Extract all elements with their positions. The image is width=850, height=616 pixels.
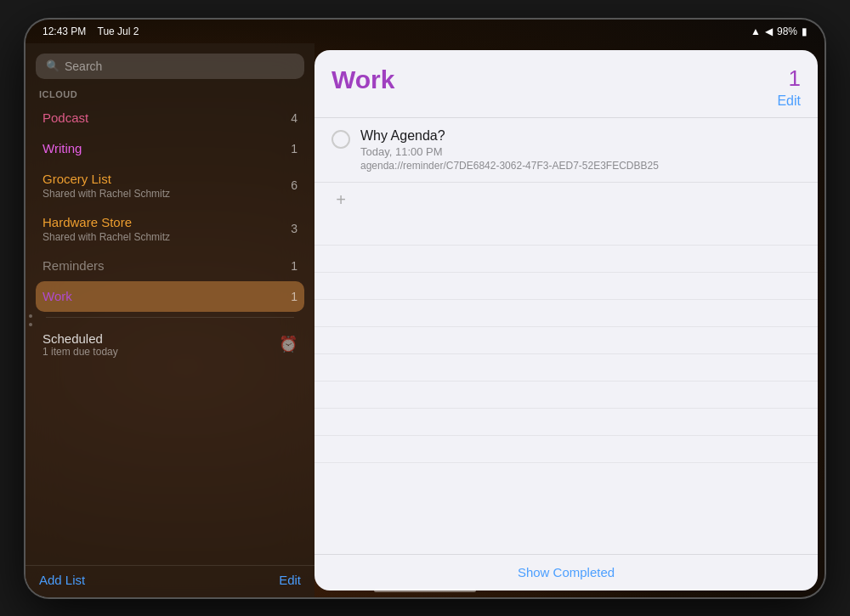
add-reminder-icon: + (332, 191, 350, 210)
detail-header-right: 1 Edit (777, 65, 801, 109)
list-name-hardware: Hardware Store (42, 215, 132, 229)
list-name-podcast: Podcast (42, 110, 88, 125)
sidebar-item-writing[interactable]: Writing 1 (36, 133, 304, 164)
sidebar-bottom: Add List Edit (26, 565, 314, 597)
list-name-writing: Writing (42, 141, 82, 155)
signal-icon: ◀ (765, 25, 773, 37)
sidebar-item-grocery[interactable]: Grocery List Shared with Rachel Schmitz … (36, 164, 304, 207)
search-placeholder: Search (65, 59, 102, 73)
alarm-icon: ⏰ (279, 335, 298, 353)
add-reminder-row[interactable]: + (314, 183, 818, 218)
wifi-icon: ▲ (751, 25, 761, 37)
scroll-dot (29, 323, 32, 326)
sidebar-scroll-indicators (29, 314, 32, 326)
divider (46, 317, 294, 318)
list-name-work: Work (42, 289, 72, 303)
battery-percentage: 98% (777, 25, 797, 37)
sidebar-item-reminders[interactable]: Reminders 1 (36, 251, 304, 281)
status-time-date: 12:43 PM Tue Jul 2 (42, 25, 139, 37)
detail-footer: Show Completed (314, 554, 818, 591)
detail-body: Why Agenda? Today, 11:00 PM agenda://rem… (314, 118, 818, 554)
scroll-dot (29, 314, 32, 318)
detail-edit-button[interactable]: Edit (777, 93, 801, 109)
search-icon: 🔍 (46, 59, 60, 72)
sidebar: 🔍 Search ICLOUD Podcast 4 Writing (26, 43, 314, 597)
main-content: 🔍 Search ICLOUD Podcast 4 Writing (26, 43, 824, 597)
detail-panel: Work 1 Edit Why Agenda? Today, 11:00 PM … (314, 50, 818, 591)
sidebar-item-scheduled[interactable]: Scheduled 1 item due today ⏰ (36, 323, 304, 366)
list-count-grocery: 6 (280, 178, 298, 192)
device-frame: 12:43 PM Tue Jul 2 ▲ ◀ 98% ▮ 🔍 Search (26, 20, 824, 597)
list-subtitle-grocery: Shared with Rachel Schmitz (42, 188, 280, 200)
detail-header: Work 1 Edit (314, 50, 818, 117)
status-bar: 12:43 PM Tue Jul 2 ▲ ◀ 98% ▮ (26, 20, 824, 43)
list-item-content: Work (42, 289, 280, 304)
list-count-hardware: 3 (280, 222, 298, 235)
home-indicator (374, 589, 476, 592)
list-name-reminders: Reminders (42, 258, 105, 273)
detail-lined-area (314, 218, 818, 473)
add-list-button[interactable]: Add List (39, 573, 85, 587)
list-count-reminders: 1 (280, 259, 298, 273)
scheduled-subtitle: 1 item due today (42, 346, 279, 358)
battery-icon: ▮ (802, 25, 808, 37)
list-item-content: Hardware Store Shared with Rachel Schmit… (42, 215, 280, 243)
list-count-podcast: 4 (280, 111, 298, 125)
sidebar-edit-button[interactable]: Edit (279, 573, 301, 587)
list-item-content: Podcast (42, 110, 280, 126)
section-label: ICLOUD (36, 89, 304, 99)
reminder-item: Why Agenda? Today, 11:00 PM agenda://rem… (314, 118, 818, 183)
status-indicators: ▲ ◀ 98% ▮ (751, 25, 808, 37)
reminder-title: Why Agenda? (360, 128, 801, 144)
reminder-url: agenda://reminder/C7DE6842-3062-47F3-AED… (360, 160, 801, 172)
status-time: 12:43 PM (42, 25, 86, 37)
search-bar[interactable]: 🔍 Search (36, 54, 304, 79)
sidebar-item-work[interactable]: Work 1 (36, 281, 304, 312)
sidebar-item-podcast[interactable]: Podcast 4 (36, 103, 304, 133)
reminder-content: Why Agenda? Today, 11:00 PM agenda://rem… (360, 128, 801, 172)
list-name-grocery: Grocery List (42, 172, 111, 186)
list-item-content: Grocery List Shared with Rachel Schmitz (42, 172, 280, 200)
status-date: Tue Jul 2 (98, 25, 139, 37)
list-subtitle-hardware: Shared with Rachel Schmitz (42, 231, 280, 243)
scheduled-content: Scheduled 1 item due today (42, 331, 279, 358)
detail-title: Work (332, 65, 394, 94)
scheduled-name: Scheduled (42, 331, 279, 346)
list-count-work: 1 (280, 290, 298, 303)
detail-count: 1 (789, 65, 801, 92)
list-item-content: Reminders (42, 258, 280, 274)
list-item-content: Writing (42, 141, 280, 156)
sidebar-item-hardware[interactable]: Hardware Store Shared with Rachel Schmit… (36, 207, 304, 251)
list-count-writing: 1 (280, 142, 298, 155)
reminder-checkbox[interactable] (332, 130, 350, 149)
search-bar-wrapper: 🔍 Search (26, 54, 314, 89)
icloud-section: ICLOUD Podcast 4 Writing 1 (26, 89, 314, 565)
reminder-date: Today, 11:00 PM (360, 145, 801, 158)
show-completed-button[interactable]: Show Completed (518, 565, 615, 579)
